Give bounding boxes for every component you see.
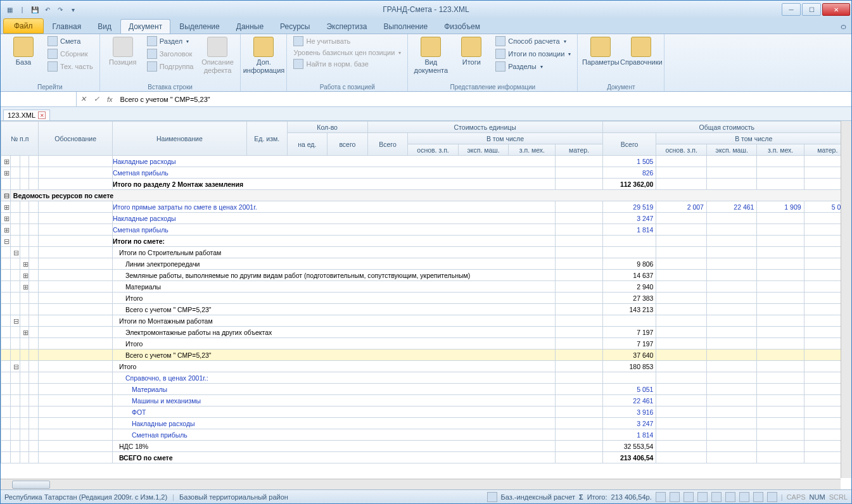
formula-ok-icon[interactable]: ✓ <box>90 95 103 103</box>
expand-icon[interactable]: ⊞ <box>1 156 11 167</box>
file-tab[interactable]: Файл <box>3 18 44 34</box>
expand-icon[interactable]: ⊟ <box>10 315 20 327</box>
status-ico5[interactable] <box>711 492 722 502</box>
table-row[interactable]: ⊞Накладные расходы3 247 <box>1 213 851 224</box>
tab-home[interactable]: Главная <box>45 20 89 34</box>
table-row[interactable]: ⊟Итоги по смете: <box>1 236 851 247</box>
expand-icon[interactable]: ⊞ <box>1 213 11 224</box>
expand-icon[interactable]: ⊟ <box>10 361 20 372</box>
expand-icon[interactable]: ⊞ <box>20 327 29 338</box>
fx-icon[interactable]: fx <box>103 96 117 103</box>
status-ico3[interactable] <box>684 492 694 502</box>
docview-button[interactable]: Вид документа <box>412 35 450 75</box>
findnorm-button[interactable]: Найти в норм. базе <box>291 58 404 70</box>
expand-icon[interactable]: ⊞ <box>20 281 29 293</box>
table-row[interactable]: Итого по разделу 2 Монтаж заземления112 … <box>1 179 851 190</box>
sections-button[interactable]: Разделы▾ <box>493 61 573 72</box>
expand-icon[interactable]: ⊟ <box>1 236 11 247</box>
tab-resources[interactable]: Ресурсы <box>272 20 317 34</box>
maximize-button[interactable]: ☐ <box>802 3 821 16</box>
expand-icon[interactable]: ⊟ <box>1 190 11 201</box>
table-row[interactable]: Итого27 383 <box>1 293 851 304</box>
table-row[interactable]: ⊟Итоги по Монтажным работам <box>1 315 851 327</box>
minimize-button[interactable]: ─ <box>782 3 801 16</box>
expand-icon[interactable]: ⊞ <box>1 167 11 179</box>
addinfo-button[interactable]: Доп. информация <box>245 35 283 75</box>
calcmethod-button[interactable]: Способ расчета▾ <box>493 35 573 47</box>
tab-expertise[interactable]: Экспертиза <box>319 20 374 34</box>
close-button[interactable]: ✕ <box>822 3 850 16</box>
totals-button[interactable]: Итоги <box>452 35 490 68</box>
table-row[interactable]: ⊟Ведомость ресурсов по смете <box>1 190 851 201</box>
ribbon-help-icon[interactable]: ѻ <box>836 20 851 34</box>
scroll-thumb[interactable] <box>12 481 50 489</box>
header-button[interactable]: Заголовок <box>144 48 196 60</box>
estimate-grid[interactable]: № п.п Обоснование Наименование Ед. изм. … <box>1 121 851 463</box>
vertical-scrollbar[interactable] <box>841 121 851 478</box>
table-row[interactable]: ФОТ3 916 <box>1 406 851 418</box>
expand-icon[interactable]: ⊞ <box>20 258 29 270</box>
position-button[interactable]: Позиция <box>104 35 142 68</box>
close-tab-icon[interactable]: ✕ <box>38 111 46 119</box>
tab-document[interactable]: Документ <box>120 19 170 34</box>
table-row[interactable]: Накладные расходы3 247 <box>1 418 851 429</box>
horizontal-scrollbar[interactable] <box>1 479 841 489</box>
qat-dropdown-icon[interactable]: ▾ <box>68 4 78 15</box>
expand-icon[interactable]: ⊞ <box>20 270 29 281</box>
redo-icon[interactable]: ↷ <box>55 4 65 15</box>
table-row[interactable]: ⊞Земляные работы, выполняемые по другим … <box>1 270 851 281</box>
formula-cancel-icon[interactable]: ✕ <box>77 95 90 103</box>
status-ico2[interactable] <box>670 492 680 502</box>
techpart-button[interactable]: Тех. часть <box>45 61 96 72</box>
status-ico7[interactable] <box>739 492 749 502</box>
table-row[interactable]: Всего с учетом " СМР=5,23"143 213 <box>1 304 851 315</box>
table-row[interactable]: ⊞Накладные расходы1 505 <box>1 156 851 167</box>
table-row[interactable]: ⊞Сметная прибыль1 814 <box>1 224 851 236</box>
table-row[interactable]: ⊞Электромонтажные работы на других объек… <box>1 327 851 338</box>
collection-button[interactable]: Сборник <box>45 48 96 60</box>
table-row[interactable]: Итого7 197 <box>1 338 851 350</box>
section-button[interactable]: Раздел▾ <box>144 35 196 47</box>
document-tab[interactable]: 123.XML ✕ <box>3 110 50 120</box>
table-row[interactable]: ⊟Итого180 853 <box>1 361 851 372</box>
expand-icon[interactable]: ⊞ <box>1 201 11 213</box>
formula-input[interactable] <box>117 92 851 106</box>
tab-selection[interactable]: Выделение <box>172 20 227 34</box>
defect-button[interactable]: Описание дефекта <box>198 35 236 75</box>
table-row[interactable]: Справочно, в ценах 2001г.: <box>1 372 851 384</box>
expand-icon[interactable]: ⊞ <box>1 224 11 236</box>
name-box[interactable] <box>1 92 77 106</box>
table-row[interactable]: ВСЕГО по смете213 406,54 <box>1 452 851 463</box>
status-ico6[interactable] <box>725 492 735 502</box>
pricelevel-button[interactable]: Уровень базисных цен позиции▾ <box>291 48 404 57</box>
grid-body[interactable]: ⊞Накладные расходы1 505⊞Сметная прибыль8… <box>1 156 851 463</box>
status-ico9[interactable] <box>767 492 777 502</box>
estimate-button[interactable]: Смета <box>45 35 96 47</box>
expand-icon[interactable]: ⊟ <box>10 247 20 258</box>
table-row[interactable]: Сметная прибыль1 814 <box>1 429 851 441</box>
undo-icon[interactable]: ↶ <box>42 4 53 15</box>
ignore-button[interactable]: Не учитывать <box>291 35 404 47</box>
status-ico4[interactable] <box>697 492 708 502</box>
positiontotals-button[interactable]: Итоги по позиции▾ <box>493 48 573 60</box>
status-ico8[interactable] <box>753 492 763 502</box>
tab-physvolume[interactable]: Физобъем <box>436 20 488 34</box>
base-button[interactable]: База <box>4 35 42 68</box>
table-row[interactable]: ⊟Итоги по Строительным работам <box>1 247 851 258</box>
tab-view[interactable]: Вид <box>90 20 119 34</box>
table-row[interactable]: Машины и механизмы22 461 <box>1 395 851 406</box>
save-icon[interactable]: 💾 <box>30 4 40 15</box>
table-row[interactable]: ⊞Материалы2 940 <box>1 281 851 293</box>
subgroup-button[interactable]: Подгруппа <box>144 61 196 72</box>
table-row[interactable]: Всего с учетом " СМР=5,23"37 640 <box>1 350 851 361</box>
status-ico1[interactable] <box>656 492 666 502</box>
table-row[interactable]: Материалы5 051 <box>1 384 851 395</box>
tab-execution[interactable]: Выполнение <box>376 20 435 34</box>
tab-data[interactable]: Данные <box>229 20 271 34</box>
table-row[interactable]: ⊞Сметная прибыль826 <box>1 167 851 179</box>
params-button[interactable]: Параметры <box>582 35 620 68</box>
table-row[interactable]: НДС 18%32 553,54 <box>1 441 851 452</box>
references-button[interactable]: Справочники <box>622 35 660 68</box>
table-row[interactable]: ⊞Линии электропередачи9 806 <box>1 258 851 270</box>
table-row[interactable]: ⊞Итого прямые затраты по смете в ценах 2… <box>1 201 851 213</box>
